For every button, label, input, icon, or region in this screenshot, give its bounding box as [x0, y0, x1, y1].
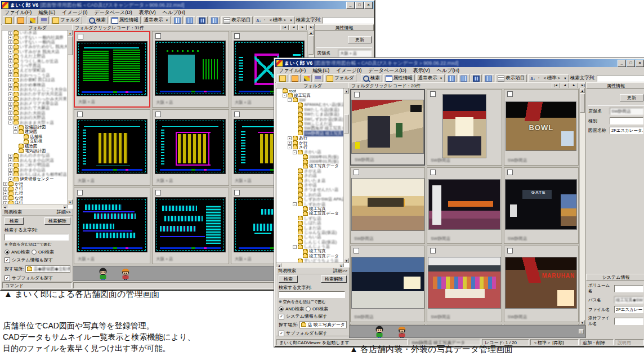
thumbnail-image[interactable]: MARUHAN	[505, 257, 577, 309]
tree-item[interactable]: SW静岡店 竣工写真デー	[276, 131, 344, 136]
thumbnail-cell[interactable]: SW静岡店	[427, 246, 502, 322]
path-name-field[interactable]: 竣工写真◆SW◆SW静岡店	[614, 296, 643, 304]
thumbnail-checkbox[interactable]	[507, 91, 513, 97]
expand-toggle-icon[interactable]: +	[8, 55, 12, 59]
file-name-field[interactable]: 2Fエスカレータ.jpe	[614, 306, 643, 313]
expand-toggle-icon[interactable]: +	[8, 102, 12, 106]
thumbnail-cell[interactable]: 大阪＋店	[74, 31, 150, 108]
volume-name-field[interactable]	[614, 285, 643, 292]
mascot-icon-boy[interactable]	[374, 326, 384, 338]
thumbnail-image[interactable]	[155, 119, 226, 174]
menu-image[interactable]: イメージ(I)	[59, 9, 91, 16]
expand-toggle-icon[interactable]: +	[3, 192, 7, 195]
subfolder-checkbox[interactable]: ✓	[5, 275, 10, 281]
search-exec-button[interactable]: 検索	[279, 275, 298, 283]
menu-edit[interactable]: 編集(E)	[35, 9, 59, 16]
expand-toggle-icon[interactable]: +	[8, 69, 12, 73]
find-string-input[interactable]	[279, 291, 345, 298]
expand-toggle-icon[interactable]: +	[8, 106, 12, 110]
sysinfo-checkbox[interactable]: ✓	[279, 314, 284, 319]
thumbnail-checkbox[interactable]	[77, 112, 83, 117]
edit-button[interactable]	[302, 74, 312, 82]
and-radio[interactable]	[279, 306, 284, 312]
thumbnail-checkbox[interactable]	[77, 190, 83, 195]
or-radio[interactable]	[306, 306, 311, 312]
expand-toggle-icon[interactable]: +	[8, 40, 12, 44]
tree-vscrollbar[interactable]: ▲ ▼	[343, 88, 349, 263]
thumbnail-image[interactable]	[77, 119, 147, 174]
menu-help[interactable]: ヘルプ(H)	[159, 9, 189, 16]
thumbnail-cell[interactable]: BOWL SW静岡店	[504, 89, 579, 166]
mascot-icon-girl[interactable]	[397, 326, 407, 338]
stamp-button[interactable]	[39, 16, 49, 24]
detail-link[interactable]: 詳細>>	[333, 268, 347, 274]
stamp-button[interactable]	[313, 74, 323, 82]
scroll-up-icon[interactable]: ▲	[68, 30, 73, 35]
thumbnail-cell[interactable]: SW静岡店	[427, 89, 502, 166]
thumbnail-cell[interactable]: 大阪＋店	[74, 188, 150, 264]
tree-item[interactable]: + おろしほんまち都市町店	[2, 172, 68, 177]
titlebar[interactable]: まいく郎 V6 [図面管理用図台帳＜CAD及びスキャンデータ＞909.06.22…	[1, 1, 374, 9]
expand-toggle-icon[interactable]: +	[8, 50, 12, 54]
expand-toggle-icon[interactable]: -	[288, 98, 292, 102]
store-name-field[interactable]: 大阪＋店	[338, 50, 372, 57]
type-field[interactable]	[610, 117, 643, 124]
thumbnail-cell[interactable]: SW静岡店	[350, 246, 425, 322]
thumbnail-cell[interactable]: SW静岡店	[350, 89, 425, 166]
thumbnail-image[interactable]	[77, 197, 147, 252]
thumbnail-image[interactable]	[351, 178, 424, 231]
tree-item[interactable]: - おおまま大型＋店	[2, 120, 68, 124]
where-value-box[interactable]: 店 竣工写真データ	[299, 321, 347, 328]
maximize-button[interactable]: □	[627, 60, 635, 67]
menu-image[interactable]: イメージ(I)	[333, 67, 365, 74]
drawing-name-field[interactable]: 2Fエスカレータ.jpe	[610, 127, 643, 134]
expand-toggle-icon[interactable]: +	[8, 92, 12, 96]
view-grid2-button[interactable]	[458, 74, 469, 82]
attr-info-button[interactable]: 属性情報	[109, 16, 141, 24]
thumbnail-checkbox[interactable]	[354, 92, 360, 97]
thumbnail-cell[interactable]: 大阪＋店	[152, 31, 229, 108]
subfolder-checkbox[interactable]: ✓	[279, 331, 284, 336]
open-folder-button[interactable]	[277, 74, 288, 82]
expand-toggle-icon[interactable]: +	[8, 154, 12, 158]
expand-toggle-icon[interactable]: +	[8, 83, 12, 87]
thumbnail-checkbox[interactable]	[234, 33, 240, 39]
thumbnail-image[interactable]	[351, 100, 424, 154]
menu-view[interactable]: 表示(V)	[410, 67, 433, 74]
scroll-down-icon[interactable]: ▼	[580, 320, 585, 325]
thumbnail-cell[interactable]: 大阪＋店	[74, 109, 150, 186]
expand-toggle-icon[interactable]: +	[8, 59, 12, 63]
thumbnail-image[interactable]	[351, 257, 424, 309]
menu-database[interactable]: データベース(D)	[365, 67, 409, 74]
scroll-down-icon[interactable]: ▼	[68, 199, 73, 204]
thumbnail-checkbox[interactable]	[155, 190, 161, 195]
sysinfo-checkbox[interactable]: ✓	[5, 257, 10, 263]
expand-toggle-icon[interactable]: +	[8, 35, 12, 39]
thumbnail-cell[interactable]: 大阪＋店	[152, 188, 229, 264]
scroll-thumb[interactable]	[344, 114, 349, 134]
expand-toggle-icon[interactable]: +	[3, 187, 7, 191]
view-mode-dropdown[interactable]: 通常表示▼	[416, 74, 445, 82]
thumbnail-cell[interactable]: SW静岡店	[350, 167, 425, 244]
expand-toggle-icon[interactable]: -	[293, 245, 297, 249]
columns-button[interactable]: 表示項目	[495, 74, 527, 82]
view-grid3-button[interactable]	[471, 74, 482, 82]
expand-toggle-icon[interactable]: +	[8, 158, 12, 162]
expand-toggle-icon[interactable]: +	[14, 126, 17, 130]
view-grid2-button[interactable]	[184, 16, 195, 24]
edit-button[interactable]	[28, 16, 38, 24]
thumbnail-image[interactable]	[155, 41, 226, 96]
scroll-down-icon[interactable]: ▼	[344, 258, 349, 263]
view-grid1-button[interactable]	[446, 74, 457, 82]
columns-button[interactable]: 表示項目	[221, 16, 253, 24]
expand-toggle-icon[interactable]: -	[288, 145, 292, 149]
menu-view[interactable]: 表示(V)	[136, 9, 159, 16]
expand-toggle-icon[interactable]: +	[288, 141, 292, 145]
thumbnail-image[interactable]: GATE	[505, 179, 577, 230]
store-name-field[interactable]: SW静岡店	[610, 108, 643, 115]
search-button[interactable]: 検索	[87, 16, 108, 24]
expand-toggle-icon[interactable]: -	[293, 202, 297, 206]
expand-toggle-icon[interactable]: +	[8, 87, 12, 91]
expand-toggle-icon[interactable]: +	[8, 78, 12, 82]
view-mode-dropdown[interactable]: 通常表示▼	[142, 16, 171, 24]
